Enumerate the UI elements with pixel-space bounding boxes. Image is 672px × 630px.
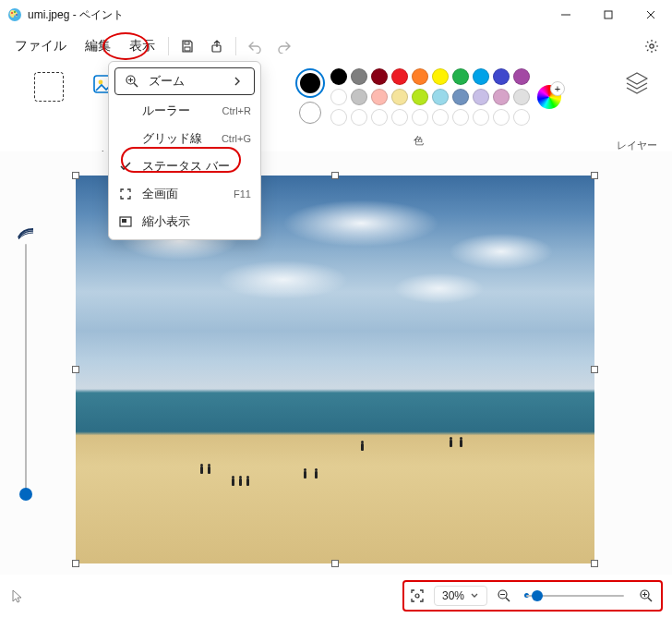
svg-point-11 <box>650 44 654 48</box>
close-button[interactable] <box>630 0 672 30</box>
zoom-submenu[interactable]: ズーム <box>114 67 255 95</box>
menu-edit[interactable]: 編集 <box>76 32 120 60</box>
ruler-label: ルーラー <box>142 103 190 119</box>
color-swatch[interactable] <box>473 109 489 126</box>
color-swatch[interactable] <box>351 109 367 126</box>
zoom-in-icon[interactable] <box>639 588 654 603</box>
share-button[interactable] <box>202 31 232 61</box>
svg-point-13 <box>99 80 103 85</box>
edit-colors-button[interactable] <box>537 85 561 109</box>
statusbar-label: ステータス バー <box>142 158 230 175</box>
view-dropdown: ズーム ルーラー Ctrl+R グリッド線 Ctrl+G ステータス バー 全画… <box>108 61 261 240</box>
check-icon <box>118 159 133 174</box>
ribbon-group-selection: 選択した部分 <box>18 67 79 165</box>
minimize-button[interactable] <box>545 0 587 30</box>
svg-rect-5 <box>605 11 612 18</box>
paint-app-icon <box>7 7 22 22</box>
thumbnail-label: 縮小表示 <box>142 213 190 230</box>
color-swatch[interactable] <box>371 68 388 85</box>
fullscreen-label: 全画面 <box>142 186 178 202</box>
resize-handle-bl[interactable] <box>72 560 79 567</box>
color-area <box>297 68 561 126</box>
menu-view[interactable]: 表示 <box>120 32 164 60</box>
maximize-button[interactable] <box>587 0 630 30</box>
color-swatch[interactable] <box>473 89 489 105</box>
zoom-value: 30% <box>442 589 464 602</box>
color-swatch[interactable] <box>513 68 530 85</box>
color-swatch[interactable] <box>452 89 469 105</box>
highlight-zoom-controls: 30% <box>402 580 663 612</box>
resize-handle-tm[interactable] <box>331 172 339 179</box>
color-swatch[interactable] <box>493 68 510 85</box>
layers-icon[interactable] <box>624 70 650 96</box>
statusbar-toggle[interactable]: ステータス バー <box>109 152 260 180</box>
zoom-out-icon[interactable] <box>497 588 511 603</box>
color-swatch[interactable] <box>330 89 347 105</box>
svg-line-25 <box>648 598 652 601</box>
color-swatch[interactable] <box>391 89 408 105</box>
color-swatch[interactable] <box>432 109 449 126</box>
svg-rect-9 <box>185 47 190 51</box>
thumbnail-toggle[interactable]: 縮小表示 <box>109 208 260 236</box>
zoom-in-icon <box>125 74 139 89</box>
resize-handle-tl[interactable] <box>72 172 79 179</box>
settings-button[interactable] <box>637 31 666 61</box>
save-button[interactable] <box>173 31 202 61</box>
grid-toggle[interactable]: グリッド線 Ctrl+G <box>109 125 260 152</box>
color-swatch[interactable] <box>371 109 388 126</box>
brush-size-slider[interactable] <box>17 227 35 504</box>
zoom-slider[interactable] <box>521 588 630 604</box>
color-swatch[interactable] <box>391 109 408 126</box>
ribbon: 選択した部分 イメ レイヤー 色 <box>0 63 672 151</box>
resize-handle-mr[interactable] <box>591 366 598 373</box>
resize-handle-br[interactable] <box>591 560 598 567</box>
resize-handle-ml[interactable] <box>72 366 79 373</box>
color-swatch[interactable] <box>351 68 367 85</box>
fullscreen-shortcut: F11 <box>234 188 251 200</box>
chevron-right-icon <box>230 74 245 89</box>
brush-slider-thumb[interactable] <box>19 488 32 501</box>
color-palette <box>330 68 530 126</box>
color-swatch[interactable] <box>473 68 489 85</box>
resize-handle-tr[interactable] <box>591 172 598 179</box>
menu-separator <box>168 37 169 55</box>
window-title: umi.jpeg - ペイント <box>28 7 545 23</box>
brush-slider-track <box>25 244 27 499</box>
color-swatch[interactable] <box>351 89 367 105</box>
color-swatch[interactable] <box>513 89 530 105</box>
color-swatch[interactable] <box>432 89 449 105</box>
fullscreen-toggle[interactable]: 全画面 F11 <box>109 180 260 208</box>
color-swatch[interactable] <box>391 68 408 85</box>
selection-tool-icon[interactable] <box>34 72 64 102</box>
menu-file[interactable]: ファイル <box>6 32 76 60</box>
undo-button[interactable] <box>240 31 270 61</box>
zoom-slider-thumb[interactable] <box>532 590 543 601</box>
redo-button[interactable] <box>270 31 299 61</box>
svg-point-3 <box>16 14 18 16</box>
chevron-down-icon <box>470 591 479 600</box>
zoom-level-dropdown[interactable]: 30% <box>434 586 487 606</box>
color-swatch[interactable] <box>412 109 428 126</box>
color-swatch[interactable] <box>432 68 449 85</box>
secondary-color-swatch[interactable] <box>299 102 321 124</box>
ribbon-label-color: 色 <box>414 134 424 148</box>
resize-handle-bm[interactable] <box>331 560 339 567</box>
svg-point-2 <box>14 11 16 13</box>
color-swatch[interactable] <box>452 68 469 85</box>
color-swatch[interactable] <box>412 68 428 85</box>
brush-size-indicator-icon <box>17 227 35 240</box>
color-swatch[interactable] <box>493 109 510 126</box>
color-swatch[interactable] <box>371 89 388 105</box>
color-swatch[interactable] <box>412 89 428 105</box>
fit-screen-icon[interactable] <box>410 588 425 603</box>
thumbnail-icon <box>118 214 133 229</box>
color-swatch[interactable] <box>493 89 510 105</box>
ruler-toggle[interactable]: ルーラー Ctrl+R <box>109 97 260 125</box>
color-swatch[interactable] <box>330 68 347 85</box>
primary-color-swatch[interactable] <box>297 70 323 96</box>
ribbon-group-layers: レイヤー <box>617 70 657 152</box>
svg-line-22 <box>506 598 510 601</box>
color-swatch[interactable] <box>513 109 530 126</box>
color-swatch[interactable] <box>330 109 347 126</box>
color-swatch[interactable] <box>452 109 469 126</box>
